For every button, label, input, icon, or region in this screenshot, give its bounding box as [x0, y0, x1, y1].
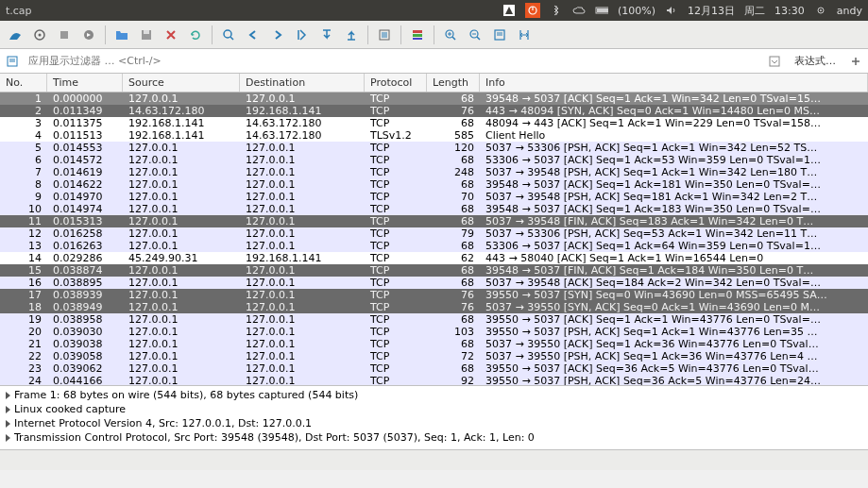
detail-line[interactable]: Frame 1: 68 bytes on wire (544 bits), 68…: [6, 388, 862, 402]
col-header-length[interactable]: Length: [427, 74, 480, 92]
battery-percent: (100%): [618, 5, 655, 17]
status-date: 12月13日: [688, 4, 735, 18]
detail-line[interactable]: Linux cooked capture: [6, 402, 862, 416]
zoom-out-icon[interactable]: [464, 24, 486, 46]
settings-icon[interactable]: [814, 4, 827, 17]
packet-row[interactable]: 200.039030127.0.0.1127.0.0.1TCP10339550 …: [0, 326, 868, 338]
packet-row[interactable]: 180.038949127.0.0.1127.0.0.1TCP765037 → …: [0, 301, 868, 313]
packet-row[interactable]: 80.014622127.0.0.1127.0.0.1TCP6839548 → …: [0, 178, 868, 191]
svg-line-28: [477, 37, 480, 40]
svg-line-15: [230, 37, 233, 40]
filter-dropdown-icon[interactable]: [766, 53, 783, 70]
packet-row[interactable]: 160.038895127.0.0.1127.0.0.1TCP685037 → …: [0, 277, 868, 289]
go-last-icon[interactable]: [340, 24, 363, 46]
svg-rect-10: [60, 31, 68, 39]
packet-row[interactable]: 60.014572127.0.0.1127.0.0.1TCP6853306 → …: [0, 154, 868, 166]
reload-icon[interactable]: [184, 24, 207, 46]
svg-rect-21: [413, 34, 422, 37]
zoom-reset-icon[interactable]: [488, 24, 511, 46]
status-bar: [0, 449, 868, 470]
stop-capture-icon[interactable]: [53, 24, 76, 46]
packet-row[interactable]: 10.000000127.0.0.1127.0.0.1TCP6839548 → …: [0, 93, 868, 105]
bluetooth-icon[interactable]: [550, 4, 563, 17]
power-icon[interactable]: [525, 3, 540, 18]
packet-row[interactable]: 140.02928645.249.90.31192.168.1.141TCP62…: [0, 252, 868, 264]
go-to-packet-icon[interactable]: [291, 24, 314, 46]
display-filter-input[interactable]: [25, 52, 762, 71]
packet-list-header: No. Time Source Destination Protocol Len…: [0, 74, 868, 93]
svg-point-14: [224, 30, 231, 38]
col-header-time[interactable]: Time: [47, 74, 123, 92]
svg-rect-22: [413, 38, 422, 40]
go-forward-icon[interactable]: [266, 24, 289, 46]
volume-icon[interactable]: [665, 4, 678, 17]
svg-rect-5: [597, 8, 608, 12]
svg-rect-20: [413, 30, 422, 33]
packet-row[interactable]: 110.015313127.0.0.1127.0.0.1TCP685037 → …: [0, 215, 868, 227]
go-first-icon[interactable]: [315, 24, 338, 46]
resize-columns-icon[interactable]: [513, 24, 536, 46]
open-file-icon[interactable]: [111, 24, 133, 46]
status-weekday: 周二: [744, 4, 765, 18]
svg-rect-38: [770, 57, 779, 66]
filter-bookmark-icon[interactable]: [4, 53, 21, 70]
filter-add-icon[interactable]: [847, 53, 864, 70]
packet-row[interactable]: 240.044166127.0.0.1127.0.0.1TCP9239550 →…: [0, 375, 868, 385]
expand-icon[interactable]: [6, 392, 10, 399]
packet-row[interactable]: 150.038874127.0.0.1127.0.0.1TCP6839548 →…: [0, 264, 868, 277]
col-header-protocol[interactable]: Protocol: [365, 74, 427, 92]
packet-row[interactable]: 130.016263127.0.0.1127.0.0.1TCP6853306 →…: [0, 240, 868, 252]
save-file-icon[interactable]: [135, 24, 158, 46]
expand-icon[interactable]: [6, 406, 10, 413]
go-back-icon[interactable]: [242, 24, 264, 46]
packet-row[interactable]: 20.01134914.63.172.180192.168.1.141TCP76…: [0, 105, 868, 117]
window-title: t.cap: [6, 5, 32, 17]
packet-row[interactable]: 230.039062127.0.0.1127.0.0.1TCP6839550 →…: [0, 362, 868, 375]
svg-line-24: [452, 37, 455, 40]
cloud-icon[interactable]: [572, 4, 586, 17]
packet-row[interactable]: 170.038939127.0.0.1127.0.0.1TCP7639550 →…: [0, 289, 868, 301]
expand-icon[interactable]: [6, 434, 10, 442]
col-header-no[interactable]: No.: [0, 74, 47, 92]
col-header-source[interactable]: Source: [123, 74, 240, 92]
battery-icon[interactable]: [595, 4, 608, 17]
packet-row[interactable]: 90.014970127.0.0.1127.0.0.1TCP705037 → 3…: [0, 191, 868, 203]
packet-row[interactable]: 190.038958127.0.0.1127.0.0.1TCP6839550 →…: [0, 313, 868, 326]
svg-point-9: [39, 33, 42, 36]
packet-row[interactable]: 220.039058127.0.0.1127.0.0.1TCP725037 → …: [0, 350, 868, 362]
colorize-icon[interactable]: [406, 24, 429, 46]
svg-point-7: [820, 9, 822, 11]
col-header-destination[interactable]: Destination: [240, 74, 365, 92]
packet-row[interactable]: 70.014619127.0.0.1127.0.0.1TCP2485037 → …: [0, 166, 868, 178]
detail-line[interactable]: Transmission Control Protocol, Src Port:…: [6, 430, 862, 445]
packet-detail-pane[interactable]: Frame 1: 68 bytes on wire (544 bits), 68…: [0, 385, 868, 449]
col-header-info[interactable]: Info: [480, 74, 868, 92]
zoom-in-icon[interactable]: [439, 24, 462, 46]
svg-rect-13: [144, 30, 149, 34]
packet-row[interactable]: 210.039038127.0.0.1127.0.0.1TCP685037 → …: [0, 338, 868, 350]
restart-capture-icon[interactable]: [77, 24, 100, 46]
app-indicator-icon[interactable]: [502, 4, 516, 17]
expand-icon[interactable]: [6, 420, 10, 428]
status-area: (100%) 12月13日 周二 13:30 andy: [502, 3, 862, 18]
close-file-icon[interactable]: [160, 24, 182, 46]
packet-row[interactable]: 40.011513192.168.1.14114.63.172.180TLSv1…: [0, 129, 868, 142]
capture-options-icon[interactable]: [28, 24, 51, 46]
status-user: andy: [837, 5, 862, 17]
main-toolbar: [0, 21, 868, 49]
detail-line[interactable]: Internet Protocol Version 4, Src: 127.0.…: [6, 416, 862, 430]
packet-list[interactable]: 10.000000127.0.0.1127.0.0.1TCP6839548 → …: [0, 93, 868, 385]
packet-row[interactable]: 50.014553127.0.0.1127.0.0.1TCP1205037 → …: [0, 142, 868, 154]
status-time: 13:30: [774, 5, 805, 17]
find-icon[interactable]: [217, 24, 240, 46]
packet-row[interactable]: 100.014974127.0.0.1127.0.0.1TCP6839548 →…: [0, 203, 868, 215]
packet-row[interactable]: 120.016258127.0.0.1127.0.0.1TCP795037 → …: [0, 227, 868, 240]
os-topbar: t.cap (100%) 12月13日 周二 13:30 andy: [0, 0, 868, 21]
shark-fin-icon[interactable]: [4, 24, 26, 46]
expression-button[interactable]: 表达式…: [787, 51, 843, 72]
packet-row[interactable]: 30.011375192.168.1.14114.63.172.180TCP68…: [0, 117, 868, 129]
filter-bar: 表达式…: [0, 49, 868, 74]
autoscroll-icon[interactable]: [373, 24, 396, 46]
